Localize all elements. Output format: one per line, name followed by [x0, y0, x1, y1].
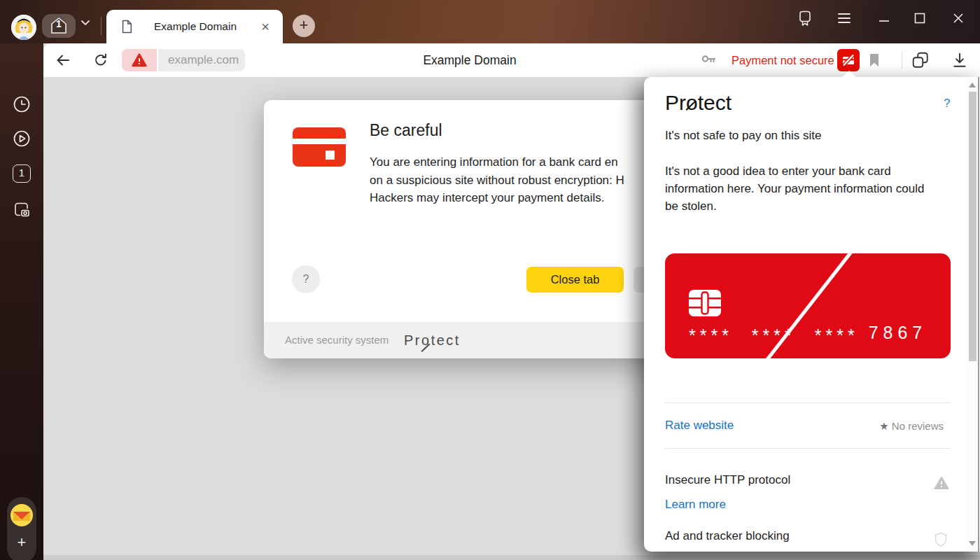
panel-scrollbar[interactable]: [967, 79, 979, 550]
warning-triangle-icon: [131, 52, 148, 68]
toolbar: example.com Example Domain Payment not s…: [43, 43, 980, 77]
mail-app-icon[interactable]: [10, 504, 33, 526]
ad-blocking-label: Ad and tracker blocking: [665, 529, 790, 543]
minimize-button[interactable]: [874, 8, 894, 28]
reload-button[interactable]: [92, 52, 109, 69]
bookmarks-panel-icon[interactable]: [795, 8, 815, 28]
panel-divider: [665, 402, 951, 403]
sidebar-tab-counter[interactable]: 1: [13, 164, 31, 183]
page-title: Example Domain: [253, 43, 686, 77]
toolbar-separator: [902, 51, 902, 69]
protect-status-icon[interactable]: [837, 49, 860, 71]
sidebar-apps-pill: +: [7, 497, 36, 560]
add-app-button[interactable]: +: [7, 533, 36, 552]
card-chip-icon: [689, 290, 721, 316]
tab-group-home-icon: 1: [49, 16, 69, 36]
protect-panel-title: Protect: [665, 91, 732, 115]
card-number: **** **** ****7867: [689, 323, 927, 343]
shield-icon: [934, 532, 949, 547]
scroll-down-icon[interactable]: [969, 541, 976, 546]
browser-window: 1 Example Domain × +: [0, 0, 980, 560]
site-warning-badge[interactable]: [122, 49, 157, 71]
download-icon[interactable]: [951, 51, 967, 68]
panel-help-link[interactable]: ?: [944, 97, 950, 111]
media-play-icon[interactable]: [13, 130, 31, 148]
scrollbar-thumb[interactable]: [969, 92, 976, 361]
dialog-body: You are entering information for a bank …: [370, 153, 664, 207]
screenshot-camera-icon[interactable]: [13, 200, 31, 218]
close-tab-button[interactable]: Close tab: [526, 267, 624, 293]
left-sidebar: 1 +: [0, 43, 43, 560]
bookmark-flag-icon[interactable]: [868, 52, 885, 69]
close-window-button[interactable]: [948, 8, 968, 28]
active-security-label: Active security system: [285, 322, 388, 358]
collections-icon[interactable]: [911, 51, 928, 68]
address-bar[interactable]: example.com: [158, 49, 245, 71]
be-careful-dialog: Be careful You are entering information …: [264, 100, 672, 358]
scroll-up-icon[interactable]: [969, 83, 976, 88]
history-clock-icon[interactable]: [13, 95, 31, 113]
window-bottom-edge: [43, 555, 980, 560]
protect-wordmark: Protect: [404, 322, 461, 358]
panel-body: It's not a good idea to enter your bank …: [665, 162, 930, 215]
user-avatar[interactable]: [11, 15, 36, 40]
panel-caret: [842, 71, 856, 77]
dialog-help-button[interactable]: ?: [292, 265, 320, 293]
titlebar-divider: [101, 17, 102, 35]
http-warning-triangle-icon: [934, 476, 949, 491]
panel-divider: [665, 448, 951, 449]
tab-group-chevron-down-icon[interactable]: [78, 18, 92, 28]
bank-card-icon: [293, 127, 346, 167]
tab-group-pill[interactable]: 1: [42, 14, 76, 38]
back-button[interactable]: [55, 52, 71, 69]
browser-tab[interactable]: Example Domain ×: [106, 10, 283, 43]
payment-not-secure-label: Payment not secure: [732, 43, 834, 77]
password-key-icon[interactable]: [700, 52, 717, 69]
tab-group-count: 1: [49, 18, 69, 29]
rate-website-link[interactable]: Rate website: [665, 419, 734, 433]
dialog-footer: Active security system Protect: [264, 322, 672, 358]
dialog-title: Be careful: [370, 121, 442, 140]
page-document-icon: [120, 20, 133, 34]
insecure-http-label: Insecure HTTP protocol: [665, 473, 790, 487]
tab-title: Example Domain: [133, 20, 258, 33]
new-tab-button[interactable]: +: [293, 15, 315, 37]
learn-more-link[interactable]: Learn more: [665, 498, 726, 512]
window-right-edge: [978, 77, 979, 552]
titlebar: 1 Example Domain × +: [0, 0, 980, 43]
menu-hamburger-icon[interactable]: [834, 8, 854, 28]
tab-close-icon[interactable]: ×: [258, 19, 273, 34]
protect-panel: Protect ? It's not safe to pay on this s…: [644, 77, 980, 552]
avatar-girl-icon: [11, 15, 36, 40]
panel-headline: It's not safe to pay on this site: [665, 129, 821, 143]
maximize-button[interactable]: [910, 8, 930, 28]
reviews-status: ★No reviews: [879, 420, 944, 433]
star-icon: ★: [879, 420, 888, 432]
